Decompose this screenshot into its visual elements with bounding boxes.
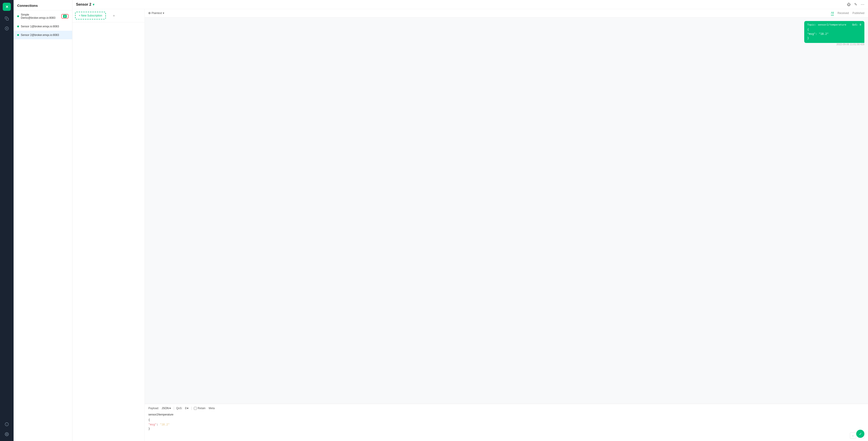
payload-type-dropdown-icon: ▾ [169, 407, 171, 410]
publish-area: Payload: JSON ▾ | QoS: 0 ▾ | Retain [145, 404, 868, 441]
payload-dot [148, 12, 151, 14]
send-icon: ✓ [859, 432, 862, 436]
qos-label: QoS: [176, 407, 182, 410]
subscription-list-icon-button[interactable]: ≡ [111, 12, 118, 19]
filter-tab-all[interactable]: All [831, 11, 834, 15]
publish-body-line1: { [148, 418, 864, 422]
topic-input[interactable] [148, 412, 864, 417]
settings-icon[interactable] [3, 430, 11, 438]
connection-item-sensor1[interactable]: Sensor 1@broker.emqx.io:8083 [13, 22, 72, 31]
left-nav: ✕ [0, 0, 13, 441]
qos-select[interactable]: 0 ▾ [184, 406, 189, 410]
connection-status-dot [17, 26, 19, 27]
connections-header: Connections [13, 0, 72, 10]
meta-button[interactable]: Meta [207, 406, 216, 410]
more-button[interactable]: ⋯ [861, 2, 864, 6]
publish-body-line2: "msg": "18.2" [148, 422, 864, 427]
qos-dropdown-icon: ▾ [187, 407, 188, 410]
edit-button[interactable]: ✎ [854, 2, 857, 6]
subscriptions-list-icon-wrapper: ≡ [108, 12, 119, 19]
list-icon: ≡ [113, 14, 115, 18]
connection-item-simple-demo[interactable]: Simple Demo@broker.emqx.io:8083 2 [13, 10, 72, 22]
edit-icon: ✎ [854, 2, 857, 6]
connection-item-sensor2[interactable]: Sensor 2@broker.emqx.io:8083 [13, 31, 72, 39]
message-body-line2: "msg": "18.2" [807, 32, 861, 36]
copy-icon[interactable] [3, 14, 11, 23]
connection-name: Sensor 2@broker.emqx.io:8083 [21, 33, 68, 37]
top-bar: Sensor 2 ▾ ⏻ ✎ ⋯ [72, 0, 868, 9]
payload-type-button[interactable]: Plaintext ▾ [148, 11, 164, 15]
send-back-button[interactable]: ← [850, 432, 856, 439]
connections-panel: Connections Simple Demo@broker.emqx.io:8… [13, 0, 72, 441]
connection-badge-wrapper: 2 [61, 14, 68, 19]
payload-label: Payload: [148, 407, 159, 410]
connection-name: Simple Demo@broker.emqx.io:8083 [21, 13, 60, 20]
payload-type-select[interactable]: JSON ▾ [161, 406, 172, 410]
publish-body-key: "msg" [148, 423, 156, 426]
connection-status-dot [17, 15, 19, 17]
main-content: Sensor 2 ▾ ⏻ ✎ ⋯ + New Subscription [72, 0, 868, 441]
connection-name: Sensor 1@broker.emqx.io:8083 [21, 25, 68, 28]
connection-title: Sensor 2 ▾ [76, 2, 94, 6]
split-layout: + New Subscription ≡ Plaintext ▾ [72, 9, 868, 441]
send-button[interactable]: ✓ [856, 430, 864, 438]
new-subscription-label: + New Subscription [79, 14, 102, 17]
retain-input[interactable] [194, 407, 197, 410]
top-bar-actions: ⏻ ✎ ⋯ [847, 2, 864, 6]
power-icon: ⏻ [847, 2, 850, 6]
message-timestamp: 2022-09-06 11:01:58:428 [804, 43, 864, 46]
retain-checkbox[interactable]: Retain [194, 407, 206, 410]
payload-dropdown-icon: ▾ [163, 11, 164, 15]
messages-toolbar: Plaintext ▾ All Received Published [145, 9, 868, 18]
publish-actions: ← → [148, 432, 864, 439]
info-icon[interactable] [3, 420, 11, 428]
messages-area: Plaintext ▾ All Received Published Topic… [145, 9, 868, 441]
toolbar-divider: | [174, 406, 174, 410]
svg-rect-0 [6, 18, 9, 20]
message-body: { "msg": "18.2" } [807, 28, 861, 41]
message-body-line1: { [807, 28, 861, 32]
publish-body-value: "18.2" [160, 423, 169, 426]
message-item: Topic: sensor2/temperature QoS: 0 { "msg… [804, 21, 864, 46]
more-icon: ⋯ [861, 2, 864, 6]
subscriptions-panel: + New Subscription ≡ [72, 9, 145, 441]
title-dropdown-icon[interactable]: ▾ [93, 3, 94, 6]
publish-body: { "msg": "18.2" } [148, 418, 864, 431]
connection-title-text: Sensor 2 [76, 2, 91, 6]
toolbar-divider2: | [191, 406, 192, 410]
send-back-icon: ← [852, 434, 855, 437]
retain-label: Retain [198, 407, 206, 410]
filter-tabs: All Received Published [831, 11, 864, 15]
connection-status-dot [17, 34, 19, 36]
publish-body-colon: : [156, 423, 160, 426]
message-topic: Topic: sensor2/temperature [807, 23, 846, 26]
filter-tab-published[interactable]: Published [852, 11, 864, 15]
payload-type-value: JSON [162, 407, 169, 410]
publish-toolbar: Payload: JSON ▾ | QoS: 0 ▾ | Retain [148, 406, 864, 410]
new-subscription-button[interactable]: + New Subscription [75, 12, 106, 20]
message-bubble: Topic: sensor2/temperature QoS: 0 { "msg… [804, 21, 864, 43]
messages-list: Topic: sensor2/temperature QoS: 0 { "msg… [145, 18, 868, 404]
add-connection-icon[interactable] [3, 24, 11, 33]
subscriptions-toolbar: + New Subscription ≡ [72, 9, 145, 22]
message-body-line3: } [807, 36, 861, 40]
filter-tab-received[interactable]: Received [837, 11, 849, 15]
message-qos: QoS: 0 [852, 23, 861, 26]
publish-body-line3: } [148, 427, 864, 431]
message-topic-line: Topic: sensor2/temperature QoS: 0 [807, 23, 861, 26]
power-button[interactable]: ⏻ [847, 2, 850, 6]
payload-type-label: Plaintext [152, 11, 162, 15]
app-logo[interactable]: ✕ [3, 3, 11, 11]
qos-value: 0 [185, 407, 187, 410]
connection-badge: 2 [63, 15, 67, 18]
svg-point-7 [6, 434, 7, 435]
